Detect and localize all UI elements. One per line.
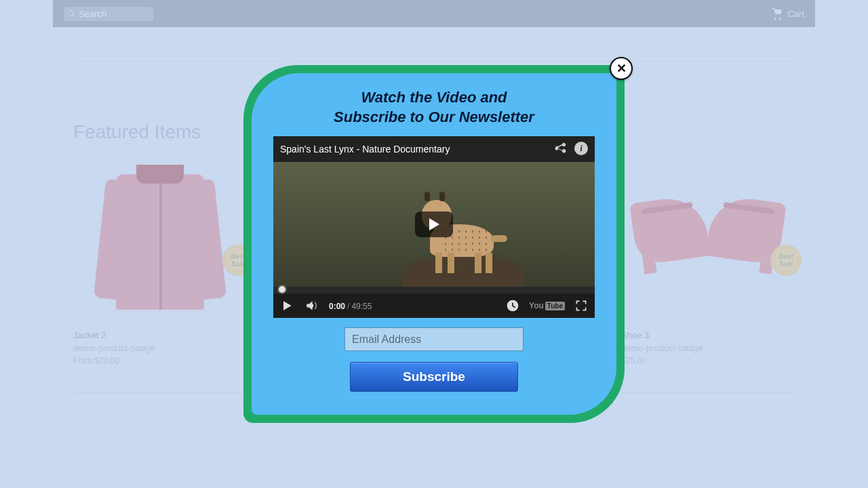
youtube-logo-icon[interactable]: YouTube [529, 301, 565, 310]
play-icon[interactable] [415, 211, 453, 237]
modal-title: Watch the Video and Subscribe to Our New… [334, 88, 534, 127]
video-controls: 0:00/49:55 YouTube [273, 293, 595, 318]
video-player[interactable]: Spain's Last Lynx - Nature Documentary i [273, 136, 595, 318]
subscribe-button[interactable]: Subscribe [350, 362, 518, 392]
email-field[interactable] [344, 327, 524, 351]
watch-later-icon[interactable] [506, 299, 519, 312]
seek-bar[interactable] [273, 287, 595, 293]
video-title: Spain's Last Lynx - Nature Documentary [280, 144, 450, 155]
info-icon[interactable]: i [574, 142, 588, 155]
video-time: 0:00/49:55 [329, 300, 372, 312]
seek-knob[interactable] [277, 285, 287, 294]
close-icon[interactable] [610, 57, 633, 80]
newsletter-modal: Watch the Video and Subscribe to Our New… [243, 65, 625, 423]
fullscreen-icon[interactable] [574, 299, 588, 312]
volume-icon[interactable] [304, 299, 318, 312]
share-icon[interactable] [553, 142, 568, 157]
video-top-bar: Spain's Last Lynx - Nature Documentary i [273, 136, 595, 162]
video-frame[interactable] [273, 162, 595, 287]
play-button-icon[interactable] [280, 299, 294, 312]
